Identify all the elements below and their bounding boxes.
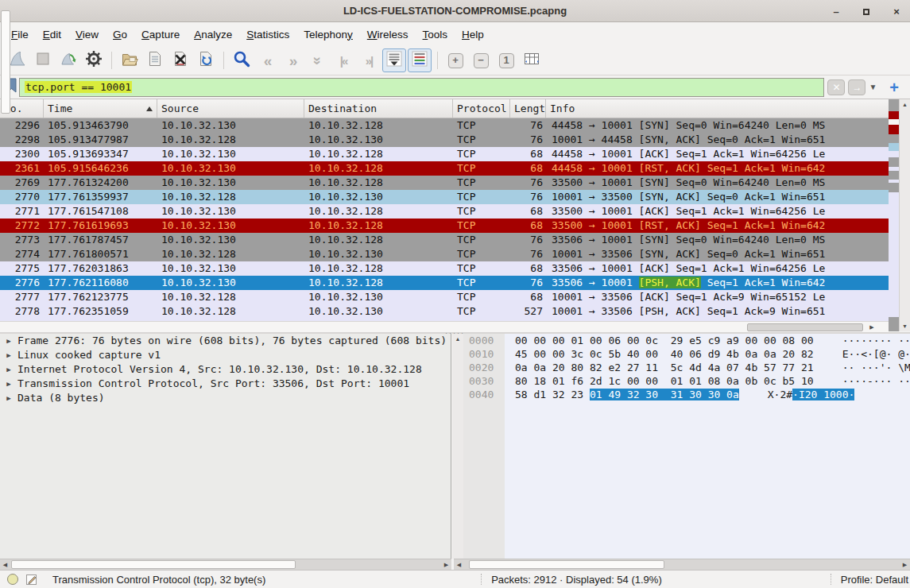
reload-file-button[interactable] xyxy=(194,48,218,72)
packet-row-2361[interactable]: 2361105.91564623610.10.32.13010.10.32.12… xyxy=(0,161,889,176)
minimize-icon[interactable]: – xyxy=(831,6,842,17)
menu-help[interactable]: Help xyxy=(455,25,491,44)
packet-row-2298[interactable]: 2298105.91347798710.10.32.12810.10.32.13… xyxy=(0,133,889,147)
detail-line-1[interactable]: ▶Linux cooked capture v1 xyxy=(0,348,451,362)
packet-row-2300[interactable]: 2300105.91369334710.10.32.13010.10.32.12… xyxy=(0,147,889,161)
column-header-info[interactable]: Info xyxy=(546,99,889,118)
hex-row-0010[interactable]: 001045 00 00 3c 0c 5b 40 00 40 06 d9 4b … xyxy=(463,347,910,361)
scroll-right-icon[interactable]: ▶ xyxy=(900,559,910,570)
find-packet-button[interactable] xyxy=(230,48,254,72)
packet-list-minimap[interactable] xyxy=(889,99,899,331)
capture-comment-icon[interactable] xyxy=(25,573,38,586)
filter-clear-button[interactable]: ✕ xyxy=(827,79,845,95)
hex-bytes[interactable]: 0a 0a 20 80 82 e2 27 11 5c 4d 4a 07 4b 5… xyxy=(505,361,814,374)
packet-row-2778[interactable]: 2778177.76235105910.10.32.12810.10.32.13… xyxy=(0,304,889,319)
ascii-bytes[interactable]: ·· ···'· \MJ·KWw! xyxy=(814,361,910,374)
stop-capture-button[interactable] xyxy=(31,48,55,72)
packet-list-vertical-scrollbar[interactable]: ▲ ▼ xyxy=(899,99,910,331)
scroll-right-icon[interactable]: ▶ xyxy=(441,559,451,570)
packet-row-2776[interactable]: 2776177.76211608010.10.32.13010.10.32.12… xyxy=(0,276,889,290)
auto-scroll-button[interactable] xyxy=(382,48,406,72)
open-file-button[interactable] xyxy=(118,48,141,72)
menu-statistics[interactable]: Statistics xyxy=(239,25,296,44)
column-header-protocol[interactable]: Protocol xyxy=(453,99,510,118)
filter-apply-button[interactable]: → xyxy=(848,79,865,95)
hex-row-0020[interactable]: 00200a 0a 20 80 82 e2 27 11 5c 4d 4a 07 … xyxy=(463,361,910,374)
packet-row-2775[interactable]: 2775177.76203186310.10.32.13010.10.32.12… xyxy=(0,261,889,276)
colorize-button[interactable] xyxy=(408,48,432,72)
hex-bytes[interactable]: 80 18 01 f6 2d 1c 00 00 01 01 08 0a 0b 0… xyxy=(505,374,814,388)
packet-row-2771[interactable]: 2771177.76154710810.10.32.13010.10.32.12… xyxy=(0,204,889,219)
scroll-up-icon[interactable]: ▲ xyxy=(900,99,910,110)
expand-arrow-icon[interactable]: ▶ xyxy=(0,348,17,362)
hex-bytes[interactable]: 45 00 00 3c 0c 5b 40 00 40 06 d9 4b 0a 0… xyxy=(505,347,814,361)
menu-edit[interactable]: Edit xyxy=(36,25,68,44)
detail-line-3[interactable]: ▶Transmission Control Protocol, Src Port… xyxy=(0,377,451,391)
last-packet-button[interactable]: »| xyxy=(357,48,381,72)
column-header-length[interactable]: Length xyxy=(510,99,546,118)
hex-row-0040[interactable]: 004058 d1 32 23 01 49 32 30 31 30 30 0aX… xyxy=(463,388,910,401)
packet-row-2769[interactable]: 2769177.76132420010.10.32.13010.10.32.12… xyxy=(0,176,889,190)
expand-arrow-icon[interactable]: ▶ xyxy=(0,391,17,405)
save-file-button[interactable] xyxy=(143,48,167,72)
details-horizontal-scrollbar[interactable]: ◀ ▶ xyxy=(0,559,451,570)
go-forward-button[interactable]: » xyxy=(281,48,304,72)
detail-line-0[interactable]: ▶Frame 2776: 76 bytes on wire (608 bits)… xyxy=(0,334,451,348)
scroll-left-icon[interactable]: ◀ xyxy=(0,559,10,570)
menu-analyze[interactable]: Analyze xyxy=(187,25,239,44)
scroll-up-icon[interactable]: ▲ xyxy=(452,334,463,344)
expert-info-icon[interactable] xyxy=(6,573,19,586)
ascii-bytes[interactable]: X·2#·I20 1000· xyxy=(739,388,855,401)
hex-row-0000[interactable]: 000000 00 00 01 00 06 00 0c 29 e5 c9 a9 … xyxy=(463,334,910,347)
restart-capture-button[interactable] xyxy=(56,48,80,72)
details-hscroll-thumb[interactable] xyxy=(11,560,296,569)
scroll-left-icon[interactable]: ◀ xyxy=(454,559,464,570)
packet-list-scroll-thumb[interactable] xyxy=(1,10,10,114)
close-icon[interactable]: × xyxy=(891,6,902,17)
column-header-destination[interactable]: Destination xyxy=(304,99,453,118)
maximize-icon[interactable] xyxy=(861,6,872,17)
resize-columns-button[interactable] xyxy=(520,48,544,72)
ascii-bytes[interactable]: E··<·[@· @··K·· · xyxy=(814,347,910,361)
packet-list-hscroll-thumb[interactable] xyxy=(747,323,863,331)
zoom-out-button[interactable]: − xyxy=(469,48,493,72)
packet-row-2774[interactable]: 2774177.76180057110.10.32.12810.10.32.13… xyxy=(0,247,889,261)
display-filter-input[interactable]: tcp.port == 10001 xyxy=(19,78,824,97)
ascii-bytes[interactable]: ····-··· ········ xyxy=(814,374,910,388)
zoom-original-button[interactable]: 1 xyxy=(494,48,518,72)
details-vertical-scrollbar[interactable]: ▲ xyxy=(452,334,463,559)
menu-tools[interactable]: Tools xyxy=(416,25,455,44)
hex-bytes[interactable]: 00 00 00 01 00 06 00 0c 29 e5 c9 a9 00 0… xyxy=(505,334,814,347)
zoom-in-button[interactable]: + xyxy=(443,48,467,72)
bytes-horizontal-scrollbar[interactable]: ◀ ▶ xyxy=(454,559,910,570)
expand-arrow-icon[interactable]: ▶ xyxy=(0,377,17,391)
packet-list-horizontal-scrollbar[interactable]: ▶ xyxy=(0,321,889,332)
menu-view[interactable]: View xyxy=(68,25,106,44)
close-file-button[interactable] xyxy=(168,48,192,72)
go-to-packet-button[interactable]: » xyxy=(306,48,330,72)
scroll-right-icon[interactable]: ▶ xyxy=(866,322,877,332)
packet-row-2773[interactable]: 2773177.76178745710.10.32.13010.10.32.12… xyxy=(0,233,889,247)
column-header-source[interactable]: Source xyxy=(157,99,304,118)
packet-row-2296[interactable]: 2296105.91346379010.10.32.13010.10.32.12… xyxy=(0,118,889,133)
menu-go[interactable]: Go xyxy=(106,25,134,44)
bytes-hscroll-thumb[interactable] xyxy=(469,560,664,569)
scroll-down-icon[interactable]: ▼ xyxy=(900,321,910,331)
packet-row-2777[interactable]: 2777177.76212377510.10.32.12810.10.32.13… xyxy=(0,290,889,304)
filter-dropdown-icon[interactable]: ▼ xyxy=(869,83,877,91)
column-header-time[interactable]: Time xyxy=(44,99,157,118)
packet-row-2770[interactable]: 2770177.76135993710.10.32.12810.10.32.13… xyxy=(0,190,889,204)
capture-options-button[interactable] xyxy=(82,48,106,72)
go-back-button[interactable]: « xyxy=(255,48,279,72)
expand-arrow-icon[interactable]: ▶ xyxy=(0,334,17,348)
filter-add-button[interactable]: + xyxy=(889,79,899,95)
hex-row-0030[interactable]: 003080 18 01 f6 2d 1c 00 00 01 01 08 0a … xyxy=(463,374,910,388)
menu-wireless[interactable]: Wireless xyxy=(360,25,416,44)
expand-arrow-icon[interactable]: ▶ xyxy=(0,362,17,377)
profile-label[interactable]: Profile: Default xyxy=(841,574,908,586)
hex-bytes[interactable]: 58 d1 32 23 01 49 32 30 31 30 30 0a xyxy=(505,388,739,401)
ascii-bytes[interactable]: ········ ········ xyxy=(814,334,910,347)
first-packet-button[interactable]: |« xyxy=(331,48,355,72)
packet-row-2772[interactable]: 2772177.76161969310.10.32.13010.10.32.12… xyxy=(0,219,889,233)
detail-line-2[interactable]: ▶Internet Protocol Version 4, Src: 10.10… xyxy=(0,362,451,377)
